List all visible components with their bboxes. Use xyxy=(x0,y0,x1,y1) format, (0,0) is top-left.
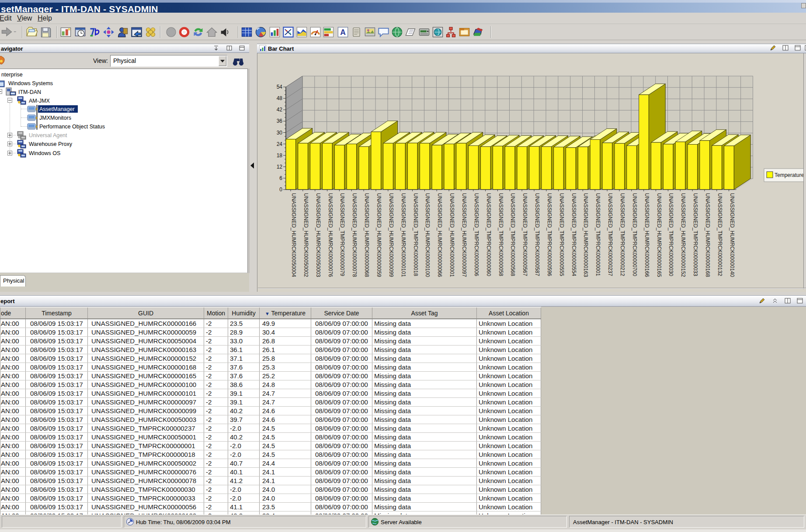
svg-text:UNASSIGNED_HUMRCK00000068: UNASSIGNED_HUMRCK00000068 xyxy=(364,193,370,277)
svg-text:54: 54 xyxy=(277,84,283,90)
svg-text:UNASSIGNED_HUMRCK00000059: UNASSIGNED_HUMRCK00000059 xyxy=(376,193,382,277)
svg-text:UNASSIGNED_HUMRCK00050002: UNASSIGNED_HUMRCK00050002 xyxy=(303,193,309,277)
svg-text:UNASSIGNED_TMPRCK00000237: UNASSIGNED_TMPRCK00000237 xyxy=(607,193,613,276)
svg-text:UNASSIGNED_HUMRCK00000166: UNASSIGNED_HUMRCK00000166 xyxy=(644,193,650,277)
svg-text:UNASSIGNED_HUMRCK00000140: UNASSIGNED_HUMRCK00000140 xyxy=(729,193,735,277)
svg-text:UNASSIGNED_TMPRCK00000212: UNASSIGNED_TMPRCK00000212 xyxy=(619,193,625,276)
svg-text:UNASSIGNED_HUMRCK00050004: UNASSIGNED_HUMRCK00050004 xyxy=(291,193,297,277)
svg-text:24: 24 xyxy=(277,141,283,147)
svg-text:UNASSIGNED_TMPRCK00000001: UNASSIGNED_TMPRCK00000001 xyxy=(595,193,601,276)
svg-text:UNASSIGNED_TMPRCK00000030: UNASSIGNED_TMPRCK00000030 xyxy=(668,193,674,276)
svg-text:UNASSIGNED_TMPRCK00000554: UNASSIGNED_TMPRCK00000554 xyxy=(571,193,577,276)
svg-text:UNASSIGNED_TMPRCK00000596: UNASSIGNED_TMPRCK00000596 xyxy=(546,193,552,276)
svg-text:UNASSIGNED_HUMRCK00000097: UNASSIGNED_HUMRCK00000097 xyxy=(461,193,467,277)
svg-text:12: 12 xyxy=(277,164,283,170)
svg-text:30: 30 xyxy=(277,130,283,136)
svg-text:UNASSIGNED_TMPRCK00000079: UNASSIGNED_TMPRCK00000079 xyxy=(339,193,345,276)
svg-text:42: 42 xyxy=(277,107,283,113)
svg-text:Temperature: Temperature xyxy=(775,172,804,178)
svg-text:A: A xyxy=(340,28,346,37)
svg-text:UNASSIGNED_TMPRCK00000587: UNASSIGNED_TMPRCK00000587 xyxy=(534,193,540,276)
svg-text:UNASSIGNED_HUMRCK00000100: UNASSIGNED_HUMRCK00000100 xyxy=(424,193,431,277)
svg-text:UNASSIGNED_HUMRCK00000152: UNASSIGNED_HUMRCK00000152 xyxy=(680,193,686,277)
svg-text:UNASSIGNED_HUMRCK00000076: UNASSIGNED_HUMRCK00000076 xyxy=(327,193,334,277)
svg-text:UNASSIGNED_TMPRCK00000700: UNASSIGNED_TMPRCK00000700 xyxy=(632,193,638,276)
svg-text:UNASSIGNED_HUMRCK00050003: UNASSIGNED_HUMRCK00050003 xyxy=(315,193,321,277)
svg-text:UNASSIGNED_TMPRCK00000018: UNASSIGNED_TMPRCK00000018 xyxy=(413,193,419,276)
svg-text:UNASSIGNED_HUMRCK00000165: UNASSIGNED_HUMRCK00000165 xyxy=(656,193,662,277)
svg-text:UNASSIGNED_TMPRCK00000567: UNASSIGNED_TMPRCK00000567 xyxy=(522,193,528,276)
svg-text:UNASSIGNED_HUMRCK00000168: UNASSIGNED_HUMRCK00000168 xyxy=(705,193,711,277)
svg-text:UNASSIGNED_TMPRCK00000132: UNASSIGNED_TMPRCK00000132 xyxy=(717,193,723,276)
svg-text:UNASSIGNED_HUMRCK00000066: UNASSIGNED_HUMRCK00000066 xyxy=(437,193,443,277)
svg-text:UNASSIGNED_HUMRCK00000078: UNASSIGNED_HUMRCK00000078 xyxy=(351,193,358,277)
svg-text:48: 48 xyxy=(277,95,283,101)
svg-text:UNASSIGNED_TMPRCK00000060: UNASSIGNED_TMPRCK00000060 xyxy=(486,193,492,276)
svg-text:UNASSIGNED_HUMRCK00000099: UNASSIGNED_HUMRCK00000099 xyxy=(388,193,394,277)
svg-text:UNASSIGNED_HUMRCK00000163: UNASSIGNED_HUMRCK00000163 xyxy=(583,193,589,277)
svg-text:UNASSIGNED_TMPRCK00000568: UNASSIGNED_TMPRCK00000568 xyxy=(510,193,516,276)
svg-text:UNASSIGNED_TMPRCK00000058: UNASSIGNED_TMPRCK00000058 xyxy=(498,193,504,276)
svg-text:36: 36 xyxy=(277,118,283,124)
svg-text:UNASSIGNED_TMPRCK00000006: UNASSIGNED_TMPRCK00000006 xyxy=(473,193,479,276)
svg-text:UNASSIGNED_HUMRCK00000001: UNASSIGNED_HUMRCK00000001 xyxy=(449,193,455,277)
svg-text:18: 18 xyxy=(277,152,283,159)
svg-text:UNASSIGNED_TMPRCK00000555: UNASSIGNED_TMPRCK00000555 xyxy=(559,193,565,276)
svg-text:6: 6 xyxy=(279,175,282,181)
svg-text:0: 0 xyxy=(279,187,282,193)
svg-text:UNASSIGNED_TMPRCK00000033: UNASSIGNED_TMPRCK00000033 xyxy=(692,193,698,276)
svg-text:UNASSIGNED_HUMRCK00000101: UNASSIGNED_HUMRCK00000101 xyxy=(400,193,406,277)
